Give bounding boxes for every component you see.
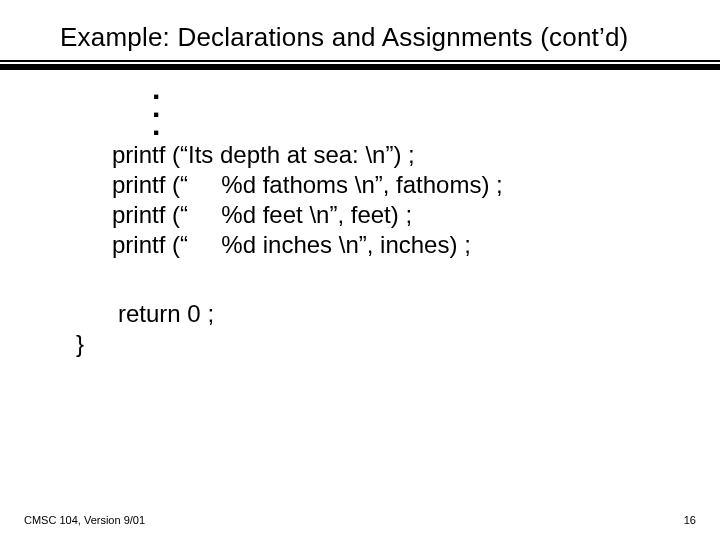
title-divider <box>0 60 720 70</box>
page-number: 16 <box>684 514 696 526</box>
code-line: printf (“ %d inches \n”, inches) ; <box>112 231 471 258</box>
slide-title: Example: Declarations and Assignments (c… <box>60 22 628 53</box>
divider-thin <box>0 60 720 62</box>
slide: Example: Declarations and Assignments (c… <box>0 0 720 540</box>
dot: . <box>152 118 160 136</box>
footer-left: CMSC 104, Version 9/01 <box>24 514 145 526</box>
code-line: printf (“Its depth at sea: \n”) ; <box>112 141 415 168</box>
code-closing-brace: } <box>76 330 84 358</box>
code-return: return 0 ; <box>118 300 214 328</box>
code-line: printf (“ %d fathoms \n”, fathoms) ; <box>112 171 503 198</box>
ellipsis-dots: . . . <box>152 82 160 136</box>
code-block: printf (“Its depth at sea: \n”) ; printf… <box>112 140 503 260</box>
divider-thick <box>0 64 720 70</box>
code-line: printf (“ %d feet \n”, feet) ; <box>112 201 412 228</box>
